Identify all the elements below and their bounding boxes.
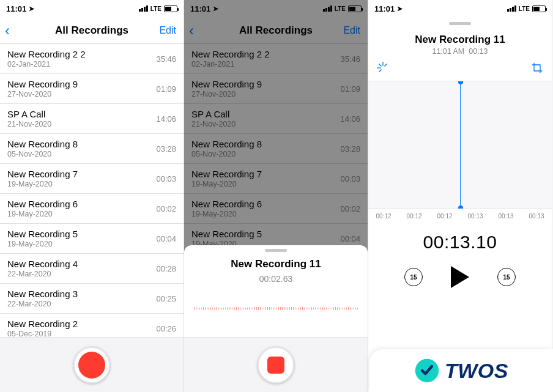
- ruler-tick: 00:12: [406, 213, 421, 220]
- status-time: 11:01: [190, 4, 210, 13]
- sheet-footer: [184, 337, 368, 392]
- recording-title: New Recording 7: [7, 169, 78, 179]
- badge-text: TWOS: [445, 359, 508, 383]
- recording-title: New Recording 9: [7, 79, 78, 89]
- recording-date: 19-May-2020: [191, 180, 262, 188]
- recording-title: New Recording 2 2: [7, 49, 86, 59]
- recording-duration: 14:06: [156, 114, 176, 124]
- nav-header: ‹ All Recordings Edit: [184, 17, 368, 44]
- svg-line-4: [385, 64, 387, 66]
- sheet-grabber[interactable]: [449, 22, 471, 25]
- recording-title: New Recording 4: [7, 259, 78, 269]
- sheet-waveform: [184, 295, 368, 322]
- playhead[interactable]: [460, 81, 461, 209]
- record-button[interactable]: [73, 347, 110, 383]
- recording-row[interactable]: New Recording 619-May-202000:02: [184, 194, 368, 224]
- location-arrow-icon: ➤: [397, 5, 403, 13]
- skip-back-button[interactable]: 15: [404, 268, 423, 286]
- play-button[interactable]: [451, 266, 469, 288]
- recording-duration: 00:25: [156, 294, 176, 303]
- signal-icon: [507, 6, 516, 12]
- time-ruler: 00:1200:1200:1200:1300:1300:13: [368, 209, 552, 223]
- recording-row[interactable]: New Recording 927-Nov-202001:09: [184, 74, 368, 104]
- recording-row[interactable]: New Recording 422-Mar-202000:28: [0, 254, 184, 284]
- recording-row[interactable]: New Recording 2 202-Jan-202135:46: [184, 44, 368, 74]
- recording-date: 27-Nov-2020: [7, 90, 78, 98]
- recording-date: 02-Jan-2021: [191, 60, 270, 68]
- skip-forward-button[interactable]: 15: [497, 268, 516, 286]
- recording-duration: 01:09: [340, 84, 360, 94]
- ruler-tick: 00:13: [529, 213, 544, 220]
- ruler-tick: 00:12: [376, 213, 391, 220]
- recording-date: 22-Mar-2020: [7, 270, 78, 278]
- recording-date: 05-Nov-2020: [191, 150, 262, 158]
- phone-recording-sheet-view: 11:01 ➤ LTE ‹ All Recordings Edit New Re…: [184, 0, 368, 392]
- editor-title: New Recording 11: [415, 34, 505, 46]
- location-arrow-icon: ➤: [213, 5, 218, 13]
- waveform-area[interactable]: [368, 81, 552, 209]
- badge-logo-icon: [414, 358, 440, 383]
- recording-row[interactable]: New Recording 519-May-202000:04: [0, 224, 184, 254]
- back-chevron-icon[interactable]: ‹: [189, 22, 194, 39]
- status-bar: 11:01 ➤ LTE: [0, 0, 184, 17]
- svg-line-1: [379, 64, 381, 66]
- signal-icon: [139, 6, 148, 12]
- page-title: All Recordings: [239, 24, 313, 37]
- stop-button[interactable]: [258, 347, 294, 383]
- recording-duration: 03:28: [340, 144, 360, 153]
- record-icon: [78, 352, 105, 379]
- recording-title: New Recording 6: [191, 199, 262, 209]
- recording-date: 21-Nov-2020: [191, 120, 236, 128]
- status-bar: 11:01 ➤ LTE: [184, 0, 368, 17]
- recording-row[interactable]: New Recording 927-Nov-202001:09: [0, 74, 184, 104]
- recording-date: 21-Nov-2020: [7, 120, 51, 128]
- edit-button[interactable]: Edit: [343, 25, 360, 36]
- current-time: 00:13.10: [423, 232, 497, 253]
- recording-row[interactable]: New Recording 205-Dec-201900:26: [0, 314, 184, 337]
- enhance-icon[interactable]: [377, 62, 389, 77]
- recording-duration: 35:46: [156, 54, 176, 64]
- battery-icon: [348, 6, 362, 12]
- recording-date: 27-Nov-2020: [191, 90, 262, 98]
- editor-subtitle: 11:01 AM 00:13: [432, 47, 488, 56]
- ruler-tick: 00:12: [437, 213, 452, 220]
- recording-title: New Recording 3: [7, 289, 78, 299]
- status-bar: 11:01 ➤ LTE: [368, 0, 552, 17]
- sheet-elapsed-time: 00:02.63: [259, 274, 293, 284]
- battery-icon: [532, 6, 546, 12]
- sheet-title: New Recording 11: [231, 258, 321, 270]
- recording-date: 22-Mar-2020: [7, 300, 78, 308]
- recording-row[interactable]: New Recording 322-Mar-202000:25: [0, 284, 184, 314]
- recording-row[interactable]: New Recording 805-Nov-202003:28: [184, 134, 368, 164]
- recording-duration: 01:09: [156, 84, 176, 94]
- status-time: 11:01: [6, 4, 26, 13]
- recording-duration: 00:03: [156, 174, 176, 183]
- recording-row[interactable]: SP A Call21-Nov-202014:06: [0, 104, 184, 134]
- status-time: 11:01: [374, 4, 395, 13]
- recording-title: New Recording 7: [191, 169, 262, 179]
- recording-row[interactable]: SP A Call21-Nov-202014:06: [184, 104, 368, 134]
- recording-row[interactable]: New Recording 719-May-202000:03: [184, 164, 368, 194]
- recording-duration: 00:02: [156, 204, 176, 213]
- recording-date: 05-Dec-2019: [7, 330, 78, 337]
- recording-duration: 00:28: [156, 264, 176, 273]
- back-chevron-icon[interactable]: ‹: [5, 22, 10, 39]
- recording-row[interactable]: New Recording 805-Nov-202003:28: [0, 134, 184, 164]
- network-label: LTE: [150, 6, 161, 12]
- crop-icon[interactable]: [531, 62, 543, 77]
- edit-button[interactable]: Edit: [159, 25, 176, 36]
- svg-line-3: [379, 70, 381, 72]
- network-label: LTE: [335, 6, 346, 12]
- recording-date: 19-May-2020: [191, 210, 262, 218]
- recording-sheet[interactable]: New Recording 11 00:02.63: [184, 245, 368, 392]
- footer-bar: [0, 337, 184, 392]
- recording-row[interactable]: New Recording 2 202-Jan-202135:46: [0, 44, 184, 74]
- recording-date: 02-Jan-2021: [7, 60, 86, 68]
- recording-row[interactable]: New Recording 719-May-202000:03: [0, 164, 184, 194]
- sheet-grabber[interactable]: [265, 249, 287, 252]
- recording-row[interactable]: New Recording 619-May-202000:02: [0, 194, 184, 224]
- recordings-list[interactable]: New Recording 2 202-Jan-202135:46New Rec…: [0, 44, 184, 337]
- network-label: LTE: [519, 6, 530, 12]
- page-title: All Recordings: [55, 24, 128, 37]
- phone-list-view: 11:01 ➤ LTE ‹ All Recordings Edit New Re…: [0, 0, 184, 392]
